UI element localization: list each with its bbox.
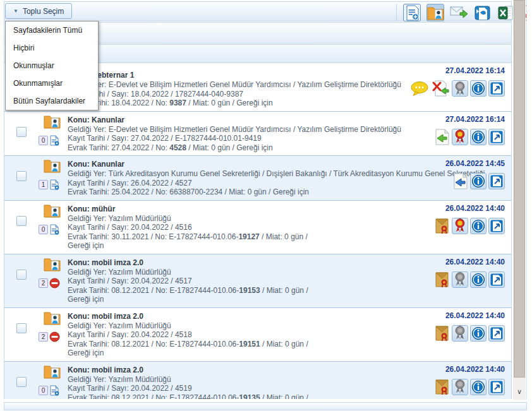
document-date-number: Evrak Tarihi: 25.04.2022 / No: 66388700-… — [68, 188, 511, 197]
document-origin: Geldiği Yer: Türk Akreditasyon Kurumu Ge… — [68, 169, 511, 179]
ribbon-red-button[interactable] — [452, 218, 468, 234]
ribbon-red-icon — [454, 129, 466, 144]
info-icon — [471, 174, 485, 188]
row-checkbox[interactable] — [16, 270, 27, 280]
ribbon-gray-button[interactable] — [452, 271, 468, 288]
note-count-badge: 0 — [39, 225, 48, 234]
open-external-button[interactable] — [488, 173, 505, 189]
open-external-icon — [490, 81, 504, 95]
row-actions — [433, 129, 505, 145]
row-actions — [434, 271, 505, 288]
doc-arrow-green-icon[interactable] — [434, 129, 449, 145]
menu-item-all-pages[interactable]: Bütün Sayfalardakiler — [6, 92, 98, 110]
open-external-icon — [490, 174, 504, 188]
received-datetime: 27.04.2022 16:14 — [433, 115, 505, 124]
right-gutter — [526, 0, 532, 400]
open-external-icon — [490, 326, 504, 340]
folder-user-button[interactable] — [426, 4, 444, 21]
row-actions — [434, 218, 505, 234]
open-external-icon — [490, 130, 504, 144]
doc-gear-icon[interactable] — [49, 224, 60, 235]
folder-user-icon — [44, 257, 66, 274]
row-checkbox[interactable] — [16, 323, 27, 333]
ribbon-gray-button[interactable] — [452, 325, 468, 342]
ribbon-gray-button[interactable] — [452, 80, 468, 97]
document-row: 1Konu: KanunlarGeldiği Yer: Türk Akredit… — [4, 156, 511, 201]
ribbon-gray-icon — [454, 272, 466, 287]
scroll-down-button[interactable]: ∨ — [513, 384, 526, 398]
menu-item-select-all-on-page[interactable]: Sayfadakilerin Tümü — [6, 21, 98, 39]
row-actions — [445, 173, 505, 189]
top-toolbar — [4, 1, 512, 21]
folder-user-icon — [427, 6, 444, 20]
excel-export-button[interactable] — [497, 4, 514, 21]
info-icon — [471, 273, 485, 287]
menu-item-read[interactable]: Okunmuşlar — [6, 57, 98, 74]
bulk-select-label: Toplu Seçim — [23, 7, 64, 16]
envelope-seal-icon[interactable] — [435, 379, 449, 395]
folder-user-icon — [44, 114, 66, 131]
bulk-select-button[interactable]: ▼ Toplu Seçim — [5, 3, 72, 19]
toolbar-icon-group — [396, 4, 532, 21]
doc-gear-icon[interactable] — [49, 385, 60, 396]
ribbon-red-icon — [454, 218, 466, 233]
info-button[interactable] — [470, 271, 487, 288]
open-external-button[interactable] — [488, 80, 505, 97]
document-row: 0Konu: mobil imza 2.0Geldiği Yer: Yazılı… — [4, 362, 511, 400]
menu-item-unread[interactable]: Okunmamışlar — [6, 74, 98, 92]
distribute-button[interactable] — [473, 4, 491, 21]
vertical-scrollbar[interactable]: ∨ — [513, 0, 526, 400]
envelope-seal-icon[interactable] — [435, 218, 449, 234]
ribbon-red-button[interactable] — [452, 129, 468, 145]
info-button[interactable] — [470, 379, 487, 395]
folder-user-icon — [44, 311, 66, 328]
row-actions — [434, 325, 505, 342]
mail-forward-button[interactable] — [450, 4, 468, 21]
ribbon-gray-icon — [454, 379, 466, 394]
folder-user-icon — [44, 158, 66, 176]
received-datetime: 26.04.2022 14:40 — [434, 311, 505, 320]
scrollbar-thumb[interactable] — [514, 0, 525, 378]
open-external-button[interactable] — [488, 379, 505, 395]
folder-user-icon — [44, 364, 66, 381]
distribute-icon — [475, 5, 490, 21]
info-button[interactable] — [470, 129, 487, 145]
ribbon-gray-button[interactable] — [452, 379, 468, 395]
open-external-button[interactable] — [488, 129, 505, 145]
info-button[interactable] — [470, 80, 487, 97]
row-checkbox[interactable] — [16, 127, 27, 137]
info-icon — [471, 219, 485, 233]
excel-export-icon — [498, 5, 514, 21]
doc-gear-icon[interactable] — [49, 135, 60, 146]
row-checkbox[interactable] — [16, 377, 27, 387]
minus-circle-icon — [49, 278, 60, 289]
info-button[interactable] — [470, 173, 487, 189]
row-checkbox[interactable] — [16, 216, 27, 226]
envelope-seal-icon[interactable] — [435, 271, 449, 288]
doc-arrow-blue-icon[interactable] — [452, 173, 468, 189]
document-date-number: Evrak Tarihi: 18.04.2022 / No: 9387 / Mi… — [68, 98, 511, 108]
info-button[interactable] — [470, 218, 487, 234]
new-document-button[interactable] — [403, 4, 421, 21]
ribbon-gray-icon — [454, 81, 466, 96]
menu-item-none[interactable]: Hiçbiri — [6, 39, 98, 57]
note-count-badge: 0 — [39, 136, 48, 145]
envelope-seal-icon[interactable] — [435, 325, 449, 342]
info-icon — [471, 130, 485, 144]
note-count-badge: 1 — [39, 180, 48, 189]
open-external-button[interactable] — [488, 325, 505, 342]
doc-return-x-icon[interactable] — [432, 80, 449, 97]
document-row: 0Konu: mühürGeldiği Yer: Yazılım Müdürlü… — [4, 201, 511, 254]
row-checkbox[interactable] — [16, 171, 27, 181]
chat-bubble-icon[interactable] — [410, 81, 429, 97]
document-row: 0Konu: KanunlarGeldiği Yer: E-Devlet ve … — [4, 112, 511, 157]
open-external-button[interactable] — [488, 271, 505, 288]
received-datetime: 27.04.2022 16:14 — [409, 66, 505, 75]
ribbon-gray-icon — [454, 326, 466, 340]
info-button[interactable] — [470, 325, 487, 342]
open-external-icon — [490, 219, 504, 233]
doc-gear-icon[interactable] — [49, 179, 60, 190]
open-external-button[interactable] — [488, 218, 505, 234]
received-datetime: 26.04.2022 14:45 — [445, 159, 505, 168]
mail-forward-icon — [450, 5, 468, 20]
